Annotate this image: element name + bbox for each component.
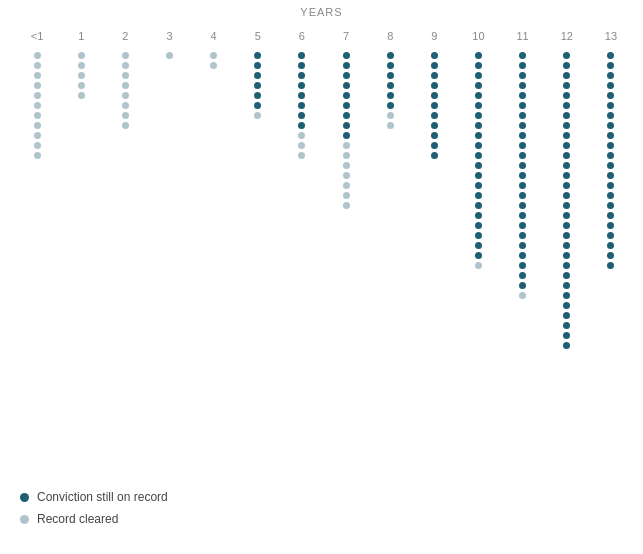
dot bbox=[343, 82, 350, 89]
dot bbox=[475, 152, 482, 159]
dot bbox=[519, 242, 526, 249]
dot bbox=[387, 92, 394, 99]
dot bbox=[343, 202, 350, 209]
dot bbox=[343, 102, 350, 109]
dot bbox=[563, 122, 570, 129]
dot bbox=[519, 172, 526, 179]
dot bbox=[343, 112, 350, 119]
chart-container: YEARS <112345678910111213 Conviction sti… bbox=[0, 0, 643, 554]
dot-col-4 bbox=[192, 50, 236, 464]
col-header-11: 11 bbox=[501, 30, 545, 42]
dot bbox=[78, 52, 85, 59]
dot bbox=[122, 112, 129, 119]
dot bbox=[254, 102, 261, 109]
dot bbox=[431, 62, 438, 69]
dot-col-13 bbox=[589, 50, 633, 464]
dot-col-8 bbox=[368, 50, 412, 464]
dot bbox=[343, 92, 350, 99]
dot bbox=[431, 82, 438, 89]
dot bbox=[298, 142, 305, 149]
col-header-13: 13 bbox=[589, 30, 633, 42]
col-header-2: 2 bbox=[103, 30, 147, 42]
col-header-10: 10 bbox=[456, 30, 500, 42]
dot bbox=[122, 52, 129, 59]
dot bbox=[431, 52, 438, 59]
dot bbox=[475, 62, 482, 69]
dot bbox=[475, 162, 482, 169]
dot bbox=[34, 82, 41, 89]
dot bbox=[34, 112, 41, 119]
dot bbox=[34, 62, 41, 69]
dot bbox=[343, 162, 350, 169]
dot bbox=[210, 62, 217, 69]
dot bbox=[254, 72, 261, 79]
dot bbox=[166, 52, 173, 59]
dot bbox=[607, 202, 614, 209]
dot bbox=[607, 72, 614, 79]
dot bbox=[563, 182, 570, 189]
dot bbox=[34, 102, 41, 109]
dot bbox=[563, 132, 570, 139]
dot bbox=[607, 112, 614, 119]
dot bbox=[254, 52, 261, 59]
dot bbox=[607, 172, 614, 179]
dot bbox=[78, 82, 85, 89]
dot bbox=[475, 222, 482, 229]
dot bbox=[607, 62, 614, 69]
dot bbox=[519, 92, 526, 99]
col-header-6: 6 bbox=[280, 30, 324, 42]
dot bbox=[519, 262, 526, 269]
dot bbox=[475, 242, 482, 249]
dot bbox=[475, 92, 482, 99]
dot bbox=[431, 72, 438, 79]
dot-col-6 bbox=[280, 50, 324, 464]
dot bbox=[563, 222, 570, 229]
dot bbox=[298, 152, 305, 159]
dot bbox=[475, 252, 482, 259]
dot bbox=[519, 142, 526, 149]
dot bbox=[122, 82, 129, 89]
dot bbox=[475, 262, 482, 269]
dot bbox=[607, 82, 614, 89]
dot bbox=[563, 342, 570, 349]
dot bbox=[343, 152, 350, 159]
dot bbox=[343, 192, 350, 199]
dot bbox=[431, 92, 438, 99]
dot bbox=[563, 92, 570, 99]
dot bbox=[519, 52, 526, 59]
dot bbox=[563, 112, 570, 119]
col-header-4: 4 bbox=[192, 30, 236, 42]
col-header-1: 1 bbox=[59, 30, 103, 42]
dots-area bbox=[15, 50, 633, 464]
dot bbox=[563, 232, 570, 239]
dot bbox=[387, 82, 394, 89]
dot bbox=[343, 172, 350, 179]
dot bbox=[475, 52, 482, 59]
dot bbox=[34, 152, 41, 159]
dot bbox=[122, 102, 129, 109]
dot bbox=[254, 112, 261, 119]
dot bbox=[563, 162, 570, 169]
dot bbox=[343, 132, 350, 139]
dot bbox=[298, 82, 305, 89]
dot bbox=[607, 232, 614, 239]
dot bbox=[519, 202, 526, 209]
dot bbox=[519, 122, 526, 129]
dot bbox=[563, 292, 570, 299]
dot bbox=[34, 92, 41, 99]
col-header-5: 5 bbox=[236, 30, 280, 42]
dot bbox=[563, 62, 570, 69]
dot bbox=[607, 222, 614, 229]
dot bbox=[431, 122, 438, 129]
dot bbox=[563, 72, 570, 79]
legend-dot-conviction bbox=[20, 493, 29, 502]
dot bbox=[563, 52, 570, 59]
dot bbox=[475, 72, 482, 79]
dot bbox=[34, 72, 41, 79]
dot bbox=[475, 122, 482, 129]
chart-title: YEARS bbox=[0, 6, 643, 18]
dot bbox=[431, 112, 438, 119]
dot bbox=[563, 192, 570, 199]
dot bbox=[563, 302, 570, 309]
dot bbox=[607, 122, 614, 129]
